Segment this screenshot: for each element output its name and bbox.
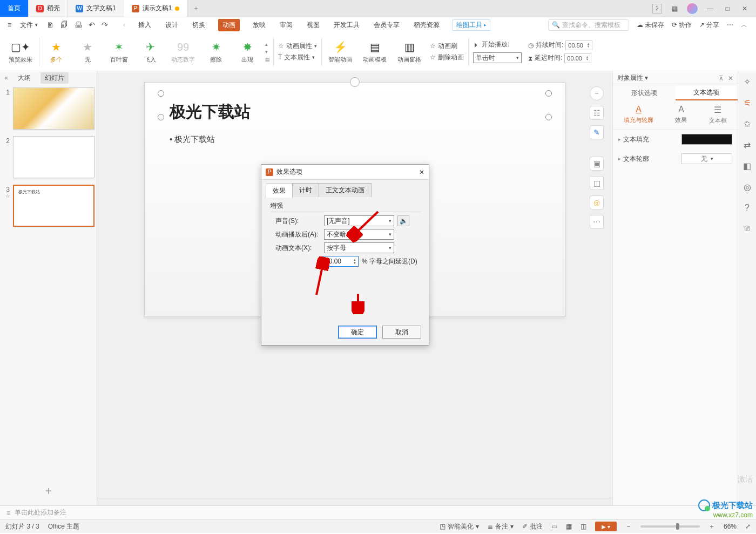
pin-icon[interactable]: ⊼ — [719, 75, 724, 82]
ribbon-anim-dynnum[interactable]: 99 动态数字 — [166, 32, 200, 71]
comments-button[interactable]: ✐批注 — [522, 522, 543, 531]
start-trigger-select[interactable]: 单击时▾ — [473, 52, 522, 63]
ribbon-anim-none[interactable]: ★ 无 — [72, 32, 103, 71]
menu-design[interactable]: 设计 — [164, 19, 179, 31]
coop-button[interactable]: ⟳协作 — [672, 21, 692, 30]
dialog-close-icon[interactable]: ✕ — [419, 168, 424, 176]
share-button[interactable]: ↗分享 — [699, 21, 719, 30]
idea-icon[interactable]: ◎ — [590, 195, 604, 209]
file-menu[interactable]: 文件▾ — [17, 19, 41, 31]
text-fill-row[interactable]: ▸文本填充 — [618, 134, 732, 145]
anim-painter[interactable]: ☆动画刷 — [430, 42, 464, 51]
anim-property-dropdown[interactable]: ☆动画属性▾ — [278, 42, 317, 51]
dlg-tab-effect[interactable]: 效果 — [266, 184, 293, 198]
strip-target-icon[interactable]: ◎ — [744, 182, 751, 192]
strip-star-icon[interactable]: ✩ — [744, 119, 751, 129]
strip-palette-icon[interactable]: ◧ — [743, 161, 751, 171]
print-preview-icon[interactable]: 🗐 — [60, 21, 68, 29]
thumb-1[interactable] — [13, 87, 94, 130]
zoom-value[interactable]: 66% — [724, 523, 737, 530]
tab-text-options[interactable]: 文本选项 — [676, 85, 738, 100]
tab-word-doc[interactable]: W 文字文稿1 — [68, 0, 124, 17]
notes-button[interactable]: ≣备注 ▾ — [488, 522, 514, 531]
collapse-ribbon-icon[interactable]: ︿ — [741, 21, 747, 30]
menu-drawing-tools[interactable]: 绘图工具▸ — [453, 19, 490, 31]
subtab-textbox[interactable]: ☰文本框 — [709, 105, 727, 125]
outline-select[interactable]: 无 ▾ — [681, 153, 732, 164]
zoom-slider[interactable] — [640, 525, 700, 528]
zoom-in-icon[interactable]: ＋ — [708, 522, 715, 531]
beautify-button[interactable]: ◳智能美化 ▾ — [440, 522, 479, 531]
zoom-out-button[interactable]: － — [590, 86, 604, 100]
dlg-tab-text-anim[interactable]: 正文文本动画 — [319, 183, 372, 197]
undo-icon[interactable]: ↶ — [89, 21, 95, 29]
search-input[interactable]: 🔍 查找命令、搜索模板 — [548, 19, 629, 31]
menu-insert[interactable]: 插入 — [137, 19, 152, 31]
menu-animation[interactable]: 动画 — [218, 19, 240, 31]
ribbon-gallery-more[interactable]: ▴▾▤ — [263, 32, 272, 71]
pen-icon[interactable]: ✎ — [590, 125, 604, 139]
slide-bullet[interactable]: 极光下载站 — [170, 134, 215, 145]
badge-icon[interactable]: 2 — [652, 4, 662, 13]
tab-presentation[interactable]: P 演示文稿1 — [124, 0, 188, 17]
thumb-3[interactable]: 极光下载站 — [13, 185, 94, 227]
apps-icon[interactable]: ▦ — [670, 4, 679, 13]
ribbon-anim-pane[interactable]: ▥ 动画窗格 — [392, 32, 427, 71]
ribbon-anim-appear[interactable]: ✸ 出现 — [232, 32, 263, 71]
ribbon-anim-templates[interactable]: ▤ 动画模板 — [357, 32, 392, 71]
close-button[interactable]: ✕ — [740, 4, 750, 13]
ok-button[interactable]: 确定 — [338, 326, 377, 339]
view-normal-icon[interactable]: ▭ — [551, 523, 557, 530]
add-slide-button[interactable]: ＋ — [0, 478, 97, 505]
sound-preview-icon[interactable]: 🔈 — [397, 215, 409, 226]
print-icon[interactable]: 🖶 — [75, 21, 82, 29]
new-tab-button[interactable]: ＋ — [187, 0, 205, 17]
tab-home[interactable]: 首页 — [0, 0, 29, 17]
menu-slideshow[interactable]: 放映 — [252, 19, 267, 31]
menu-transition[interactable]: 切换 — [191, 19, 206, 31]
fill-color-swatch[interactable] — [681, 134, 732, 145]
text-outline-row[interactable]: ▸文本轮廓 无 ▾ — [618, 153, 732, 164]
delay-input[interactable]: 00.00▲▼ — [564, 53, 591, 63]
horizontal-scrollbar[interactable] — [97, 498, 612, 505]
save-icon[interactable]: 🗎 — [46, 21, 54, 29]
minimize-button[interactable]: — — [705, 4, 715, 13]
slideshow-button[interactable]: ▶ ▾ — [595, 522, 617, 531]
menu-dev[interactable]: 开发工具 — [333, 19, 361, 31]
maximize-button[interactable]: □ — [723, 4, 732, 13]
menu-member[interactable]: 会员专享 — [373, 19, 401, 31]
ribbon-anim-flyin[interactable]: ✈ 飞入 — [134, 32, 166, 71]
ribbon-preview[interactable]: ▢✦ 预览效果 — [3, 32, 38, 71]
thumb-2[interactable] — [13, 136, 94, 178]
anim-delete[interactable]: ☆删除动画 — [430, 53, 464, 62]
outline-tab[interactable]: 大纲 — [18, 73, 31, 83]
tab-shape-options[interactable]: 形状选项 — [613, 85, 676, 100]
notes-bar[interactable]: ≡ 单击此处添加备注 — [0, 505, 756, 519]
strip-settings-icon[interactable]: ⚟ — [744, 98, 751, 108]
ribbon-anim-blinds[interactable]: ✶ 百叶窗 — [103, 32, 134, 71]
view-reading-icon[interactable]: ◫ — [580, 523, 586, 530]
subtab-fill-outline[interactable]: A填充与轮廓 — [624, 105, 653, 125]
ribbon-anim-wipe[interactable]: ✷ 擦除 — [200, 32, 232, 71]
more-tools-icon[interactable]: ⋯ — [590, 215, 604, 229]
strip-transfer-icon[interactable]: ⇄ — [744, 140, 751, 150]
avatar[interactable] — [687, 3, 698, 14]
strip-screen-icon[interactable]: ⎚ — [745, 224, 750, 233]
redo-icon[interactable]: ↷ — [102, 21, 108, 29]
ribbon-anim-multi[interactable]: ★ 多个 — [40, 32, 72, 71]
layers-icon[interactable]: ☷ — [590, 106, 604, 120]
text-property-dropdown[interactable]: T文本属性▾ — [278, 53, 317, 62]
zoom-out-icon[interactable]: － — [625, 522, 632, 531]
rotate-handle[interactable] — [350, 77, 360, 87]
template-icon[interactable]: ▣ — [590, 157, 604, 171]
slide-title[interactable]: 极光下载站 — [170, 101, 251, 123]
hamburger-icon[interactable]: ≡ — [4, 20, 15, 30]
menu-review[interactable]: 审阅 — [279, 19, 294, 31]
duration-input[interactable]: 00.50▲▼ — [565, 40, 592, 50]
more-menu-icon[interactable]: ⋯ — [727, 21, 733, 29]
ribbon-smart-anim[interactable]: ⚡ 智能动画 — [323, 32, 357, 71]
subtab-effects[interactable]: A效果 — [675, 105, 687, 125]
close-panel-icon[interactable]: ✕ — [728, 75, 733, 82]
menu-view[interactable]: 视图 — [306, 19, 321, 31]
unsaved-indicator[interactable]: ☁未保存 — [637, 21, 664, 30]
